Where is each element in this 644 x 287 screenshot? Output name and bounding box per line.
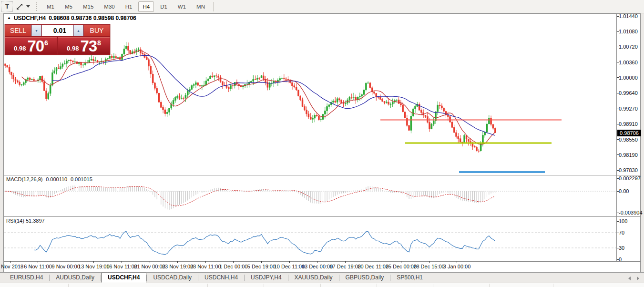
timeframe-button-m5[interactable]: M5 bbox=[61, 1, 77, 12]
price-axis-tick: 1.00000 bbox=[619, 75, 644, 81]
rsi-axis-tick: 0 bbox=[619, 256, 644, 263]
status-bar bbox=[0, 283, 644, 287]
time-axis-label: 17 Dec 19:00 bbox=[329, 264, 360, 269]
chart-tab-sp500[interactable]: SP500,H1 bbox=[390, 273, 429, 283]
buy-price-display[interactable]: 0.98 73 8 bbox=[58, 37, 110, 54]
price-axis-tick: 1.01440 bbox=[619, 13, 644, 20]
chart-tab-eurusd[interactable]: EURUSD,H4 bbox=[4, 273, 49, 283]
text-tool-button[interactable]: T bbox=[1, 1, 13, 12]
chart-title: ▲ USDCHF,H4 0.98608 0.98736 0.98598 0.98… bbox=[7, 15, 136, 21]
chart-symbol-timeframe: USDCHF,H4 bbox=[14, 15, 46, 21]
metatrader-window: T M1M5M15M30H1H4D1W1MN ▲ USDCHF,H4 0.986… bbox=[0, 0, 644, 287]
sell-price-big-digits: 70 bbox=[27, 39, 44, 53]
toolbar-dropdown-caret-icon[interactable] bbox=[26, 5, 30, 8]
sell-button[interactable]: SELL bbox=[5, 25, 31, 36]
time-axis-label: 23 Nov 19:00 bbox=[162, 264, 193, 269]
sell-price-display[interactable]: 0.98 70 6 bbox=[5, 37, 57, 54]
price-axis-tick: 0.98550 bbox=[619, 137, 644, 143]
time-axis-label: 6 Nov 11:00 bbox=[24, 264, 52, 269]
buy-button[interactable]: BUY bbox=[84, 25, 110, 36]
timeframe-button-w1[interactable]: W1 bbox=[174, 1, 190, 12]
tab-scroll-left-button[interactable] bbox=[626, 275, 633, 281]
current-price-tag: 0.98706 bbox=[617, 130, 641, 136]
timeframe-button-d1[interactable]: D1 bbox=[156, 1, 172, 12]
status-bar-separator bbox=[377, 284, 377, 287]
volume-decrease-button[interactable]: ▼ bbox=[31, 25, 41, 36]
toolbar-drag-handle bbox=[36, 2, 37, 11]
price-axis-tick: 0.98190 bbox=[619, 152, 644, 158]
chart-area[interactable]: ▲ USDCHF,H4 0.98608 0.98736 0.98598 0.98… bbox=[3, 13, 641, 272]
buy-price-pip-digit: 8 bbox=[97, 40, 101, 46]
sell-price-pip-digit: 6 bbox=[44, 40, 48, 46]
rsi-axis-tick: 70 bbox=[619, 230, 644, 236]
arrows-glyph bbox=[16, 3, 23, 10]
status-bar-separator bbox=[433, 284, 433, 287]
status-bar-separator bbox=[207, 284, 208, 287]
status-bar-separator bbox=[68, 284, 69, 287]
status-bar-separator bbox=[489, 284, 490, 287]
chart-tab-usdjpy[interactable]: USDJPY,H4 bbox=[245, 273, 287, 283]
buy-price-big-digits: 73 bbox=[80, 39, 97, 53]
time-axis-label: 16 Nov 11:00 bbox=[106, 264, 137, 269]
rsi-indicator-label: RSI(14) 51.3897 bbox=[6, 218, 45, 224]
timeframe-button-m15[interactable]: M15 bbox=[79, 1, 98, 12]
time-axis-label: 5 Dec 19:00 bbox=[247, 264, 276, 269]
price-axis-tick: 0.99270 bbox=[619, 106, 644, 112]
rsi-axis-tick: 100 bbox=[619, 218, 644, 225]
macd-axis-tick: -0.003904 bbox=[619, 210, 644, 216]
chart-tab-audusd[interactable]: AUDUSD,Daily bbox=[50, 273, 101, 283]
left-arrow-icon bbox=[628, 277, 631, 280]
timeframe-button-h4[interactable]: H4 bbox=[138, 1, 154, 12]
price-axis-tick: 0.98910 bbox=[619, 121, 644, 127]
time-axis-label: 1 Dec 00:00 bbox=[219, 264, 247, 269]
volume-input[interactable]: 0.01 bbox=[42, 25, 73, 36]
timeframe-button-mn[interactable]: MN bbox=[192, 1, 209, 12]
time-axis-label: 3 Jan 00:00 bbox=[443, 264, 471, 269]
timeframe-toolbar: T M1M5M15M30H1H4D1W1MN bbox=[0, 0, 644, 13]
time-axis-label: 20 Dec 11:00 bbox=[358, 264, 388, 269]
sell-price-prefix: 0.98 bbox=[14, 44, 26, 53]
collapse-triangle-icon[interactable]: ▲ bbox=[7, 16, 11, 20]
macd-axis-tick: 0.00 bbox=[619, 188, 644, 195]
chart-tab-gbpusd[interactable]: GBPUSD,Daily bbox=[339, 273, 390, 283]
status-bar-separator bbox=[553, 284, 553, 287]
chart-tab-usdcnh[interactable]: USDCNH,H4 bbox=[198, 273, 244, 283]
buy-price-prefix: 0.98 bbox=[67, 44, 79, 53]
time-axis-label: 28 Dec 15:00 bbox=[413, 264, 444, 269]
chart-tabs: EURUSD,H4AUDUSD,DailyUSDCHF,H4USDCAD,Dai… bbox=[4, 273, 429, 283]
timeframe-button-m30[interactable]: M30 bbox=[100, 1, 119, 12]
time-axis-label: 28 Nov 11:00 bbox=[190, 264, 221, 269]
price-axis-tick: 1.00360 bbox=[619, 60, 644, 66]
macd-indicator-label: MACD(12,26,9) -0.000110 -0.001015 bbox=[6, 176, 92, 182]
status-bar-separator bbox=[320, 284, 321, 287]
time-axis-label: 25 Dec 00:00 bbox=[386, 264, 417, 269]
status-bar-separator bbox=[264, 284, 264, 287]
timeframe-button-m1[interactable]: M1 bbox=[42, 1, 59, 12]
price-axis-tick: 0.97830 bbox=[619, 167, 644, 174]
time-axis-label: 21 Nov 00:00 bbox=[134, 264, 165, 269]
time-axis-label: 10 Dec 11:00 bbox=[274, 264, 305, 269]
macd-axis-tick: 0.002297 bbox=[619, 175, 644, 182]
volume-increase-button[interactable]: ▲ bbox=[73, 25, 83, 36]
status-bar-separator bbox=[118, 284, 118, 287]
timeframe-buttons: M1M5M15M30H1H4D1W1MN bbox=[41, 1, 210, 12]
rsi-axis-tick: 30 bbox=[619, 245, 644, 251]
right-arrow-icon bbox=[637, 277, 639, 280]
one-click-trading-panel: SELL ▼ 0.01 ▲ BUY 0.98 70 6 0.98 73 8 bbox=[5, 24, 110, 55]
chart-tab-bar: EURUSD,H4AUDUSD,DailyUSDCHF,H4USDCAD,Dai… bbox=[0, 272, 644, 283]
chart-tab-xauusd[interactable]: XAUUSD,Daily bbox=[288, 273, 339, 283]
tab-scroll-right-button[interactable] bbox=[634, 275, 641, 281]
price-axis-tick: 1.01080 bbox=[619, 29, 644, 35]
cursor-arrows-icon[interactable] bbox=[14, 1, 25, 12]
time-axis-label: 9 Nov 00:00 bbox=[52, 264, 80, 269]
price-axis-tick: 0.99640 bbox=[619, 90, 644, 96]
price-axis-tick: 1.00720 bbox=[619, 44, 644, 50]
time-axis-label: 1 Nov 2018 bbox=[0, 264, 23, 269]
time-axis-label: 13 Dec 00:00 bbox=[302, 264, 333, 269]
time-axis-label: 13 Nov 19:00 bbox=[78, 264, 109, 269]
chart-ohlc-values: 0.98608 0.98736 0.98598 0.98706 bbox=[49, 15, 136, 21]
chart-tab-usdchf[interactable]: USDCHF,H4 bbox=[101, 273, 146, 283]
toolbar-separator bbox=[213, 2, 214, 11]
timeframe-button-h1[interactable]: H1 bbox=[121, 1, 137, 12]
chart-tab-usdcad[interactable]: USDCAD,Daily bbox=[147, 273, 198, 283]
